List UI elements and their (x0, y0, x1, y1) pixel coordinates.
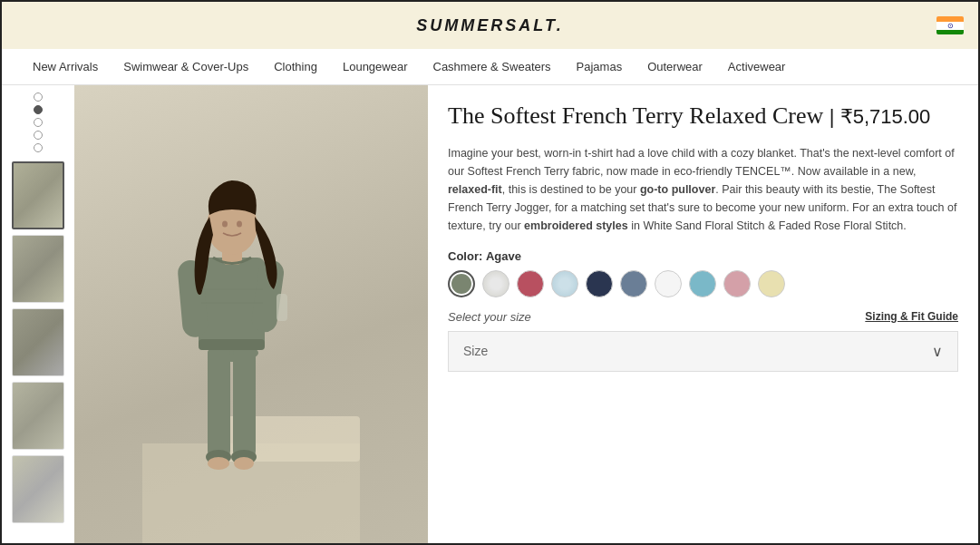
thumbnail-1[interactable] (12, 161, 64, 229)
browser-frame: SUMMERSALT. ⊙ New Arrivals Swimwear & Co… (0, 0, 980, 545)
svg-point-15 (222, 221, 228, 228)
product-description: Imagine your best, worn-in t-shirt had a… (448, 144, 958, 235)
person-figure (142, 99, 360, 543)
svg-rect-4 (233, 344, 256, 462)
thumbnail-4[interactable] (12, 382, 64, 450)
size-dropdown-label: Size (463, 344, 488, 358)
svg-point-8 (234, 457, 254, 470)
flag-white-stripe: ⊙ (936, 22, 964, 30)
ashoka-chakra: ⊙ (947, 22, 954, 30)
color-swatch-cream[interactable] (758, 270, 785, 297)
thumbnail-sidebar (2, 85, 74, 543)
product-title-text: The Softest French Terry Relaxed Crew (448, 102, 823, 129)
radio-dot-3[interactable] (34, 118, 43, 127)
color-swatch-teal[interactable] (689, 270, 716, 297)
color-swatch-slate[interactable] (620, 270, 647, 297)
product-title: The Softest French Terry Relaxed Crew | … (448, 102, 958, 131)
color-label: Color: Agave (448, 249, 958, 263)
thumbnail-3[interactable] (12, 308, 64, 376)
chevron-down-icon: ∨ (932, 343, 943, 360)
image-background (74, 85, 428, 543)
desc-text-4: in White Sand Floral Stitch & Faded Rose… (628, 219, 907, 232)
color-swatch-blue-speckle[interactable] (551, 270, 578, 297)
title-price-section: The Softest French Terry Relaxed Crew | … (448, 102, 958, 131)
size-select-label: Select your size (448, 310, 531, 324)
nav-item-clothing[interactable]: Clothing (261, 49, 330, 84)
radio-dot-5[interactable] (34, 143, 43, 152)
thumbnail-2[interactable] (12, 235, 64, 303)
product-price: | ₹5,715.00 (830, 105, 930, 128)
product-info-panel: The Softest French Terry Relaxed Crew | … (428, 85, 978, 543)
nav-item-cashmere[interactable]: Cashmere & Sweaters (421, 49, 564, 84)
svg-rect-3 (208, 344, 230, 462)
nav-item-activewear[interactable]: Activewear (715, 49, 799, 84)
size-header: Select your size Sizing & Fit Guide (448, 310, 958, 324)
svg-rect-19 (277, 294, 287, 321)
nav-item-pajamas[interactable]: Pajamas (564, 49, 636, 84)
desc-bold-2: go-to pullover (640, 183, 715, 196)
nav-item-new-arrivals[interactable]: New Arrivals (20, 49, 111, 84)
color-section: Color: Agave (448, 249, 958, 297)
color-swatches-container (448, 270, 958, 297)
nav-item-loungewear[interactable]: Loungewear (330, 49, 421, 84)
size-section: Select your size Sizing & Fit Guide Size… (448, 310, 958, 372)
brand-name: SUMMERSALT (416, 16, 556, 34)
brand-tagline: . (557, 16, 564, 34)
color-swatch-white[interactable] (655, 270, 682, 297)
main-product-image (74, 85, 428, 543)
main-navigation: New Arrivals Swimwear & Cover-Ups Clothi… (2, 49, 978, 85)
color-swatch-white-speckle[interactable] (482, 270, 509, 297)
radio-dot-1[interactable] (34, 92, 43, 102)
size-dropdown[interactable]: Size ∨ (448, 331, 958, 372)
top-bar: SUMMERSALT. ⊙ (2, 2, 978, 49)
desc-text-1: Imagine your best, worn-in t-shirt had a… (448, 147, 955, 178)
color-label-text: Color: (448, 249, 482, 263)
color-swatch-agave[interactable] (448, 270, 475, 297)
nav-item-swimwear[interactable]: Swimwear & Cover-Ups (111, 49, 261, 84)
brand-logo[interactable]: SUMMERSALT. (416, 16, 563, 35)
india-flag-icon[interactable]: ⊙ (936, 16, 964, 34)
nav-item-outerwear[interactable]: Outerwear (635, 49, 715, 84)
thumbnail-5[interactable] (12, 455, 64, 523)
radio-dot-2[interactable] (34, 105, 43, 114)
flag-green-stripe (936, 30, 964, 35)
main-content: The Softest French Terry Relaxed Crew | … (2, 85, 978, 543)
desc-bold-1: relaxed-fit (448, 183, 502, 196)
sizing-guide-link[interactable]: Sizing & Fit Guide (865, 310, 958, 323)
svg-rect-10 (199, 339, 265, 350)
desc-bold-3: embroidered styles (524, 219, 628, 232)
color-swatch-navy[interactable] (586, 270, 613, 297)
desc-text-2: , this is destined to be your (502, 183, 640, 196)
svg-point-16 (237, 221, 242, 228)
radio-dot-4[interactable] (34, 131, 43, 140)
image-radio-dots (34, 92, 43, 152)
selected-color-name: Agave (486, 249, 521, 263)
color-swatch-pink[interactable] (723, 270, 751, 297)
color-swatch-rose[interactable] (517, 270, 544, 297)
svg-point-7 (208, 457, 229, 470)
